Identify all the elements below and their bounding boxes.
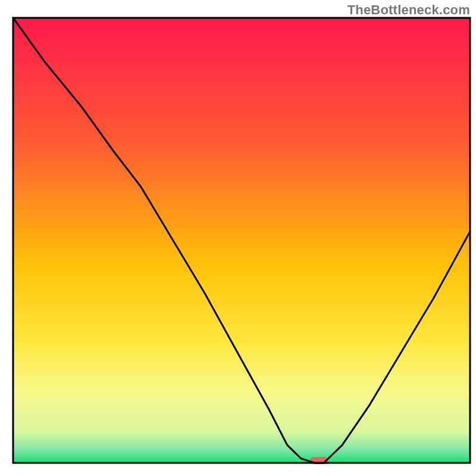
chart-container: TheBottleneck.com [0,0,476,476]
plot-area [13,18,470,464]
watermark-text: TheBottleneck.com [347,2,470,18]
gradient-background [13,18,470,463]
bottleneck-chart [0,0,476,476]
